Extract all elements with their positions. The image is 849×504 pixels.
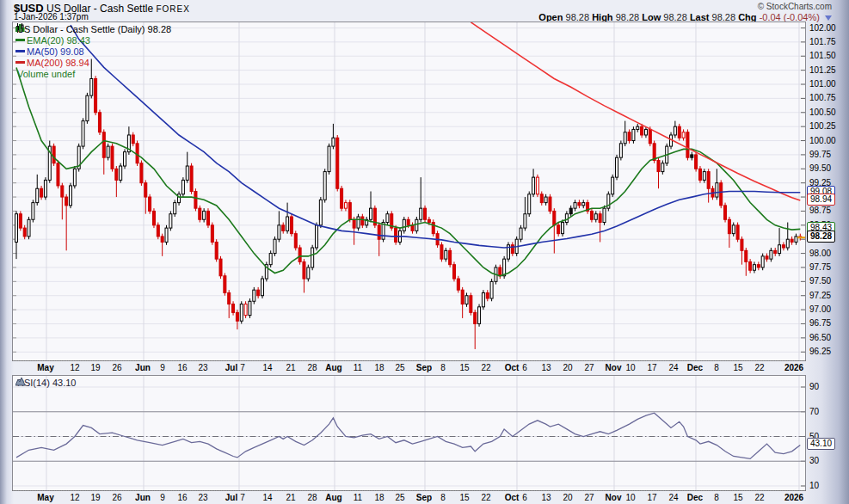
- date-label-13: 13: [541, 493, 551, 502]
- date-label-21: 21: [286, 493, 295, 502]
- price-tick-label: 99.75: [809, 150, 847, 159]
- date-label-21: 21: [286, 363, 295, 372]
- date-label-6: 6: [522, 493, 527, 502]
- price-tick-label: 98.00: [809, 249, 847, 258]
- rsi-legend: RSI(14) 43.10: [15, 377, 76, 388]
- price-tick-label: 97.50: [809, 276, 847, 286]
- price-tick-label: 99.50: [809, 163, 847, 173]
- legend-instrument-row: US Dollar - Cash Settle (Daily) 98.28: [15, 23, 171, 34]
- date-label-8: 8: [440, 493, 446, 502]
- date-label-16: 16: [177, 493, 187, 502]
- date-label-11: 11: [354, 363, 362, 372]
- price-tick-label: 97.75: [809, 262, 847, 272]
- price-tick-label: 102.00: [809, 23, 847, 33]
- date-label-16: 16: [177, 363, 187, 372]
- legend-ma50-row: MA(50) 99.08: [15, 46, 171, 57]
- price-tick-label: 100.75: [809, 93, 847, 102]
- legend-ma200: MA(200) 98.94: [27, 58, 89, 68]
- legend-instrument: US Dollar - Cash Settle (Daily) 98.28: [15, 24, 171, 34]
- date-label-Jul: Jul: [225, 363, 237, 372]
- legend-ema20: EMA(20) 98.43: [27, 35, 90, 46]
- rsi-tick-label: 10: [809, 481, 847, 490]
- price-tick-label: 96.75: [809, 318, 847, 328]
- date-label-22: 22: [481, 493, 490, 502]
- date-label-8: 8: [714, 363, 719, 372]
- price-tick-label: 96.25: [809, 347, 847, 356]
- date-label-Sep: Sep: [416, 363, 432, 372]
- date-label-15: 15: [733, 493, 742, 502]
- price-chart-panel: US Dollar - Cash Settle (Daily) 98.28 EM…: [12, 22, 806, 361]
- legend-volume-row: Volume undef: [15, 68, 171, 79]
- date-label-10: 10: [625, 363, 635, 372]
- date-label-28: 28: [307, 363, 317, 372]
- date-label-9: 9: [160, 363, 165, 372]
- date-label-19: 19: [90, 493, 100, 502]
- date-label-20: 20: [563, 363, 572, 372]
- date-label-22: 22: [481, 363, 490, 372]
- date-label-15: 15: [733, 363, 742, 372]
- date-label-Sep: Sep: [416, 493, 432, 502]
- date-label-23: 23: [198, 363, 207, 372]
- legend-ma200-row: MA(200) 98.94: [15, 57, 171, 68]
- price-legend: US Dollar - Cash Settle (Daily) 98.28 EM…: [15, 23, 171, 79]
- price-tick-label: 101.75: [809, 37, 847, 46]
- date-label-17: 17: [647, 493, 656, 502]
- date-label-Nov: Nov: [606, 363, 622, 372]
- date-label-Jun: Jun: [135, 363, 151, 372]
- date-label-25: 25: [395, 363, 404, 372]
- date-label-8: 8: [440, 363, 446, 372]
- price-x-axis: May121926Jun91623Jul7142128Aug111825Sep8…: [12, 360, 806, 373]
- ma200-line-icon: [15, 61, 25, 64]
- legend-volume: Volume undef: [15, 69, 75, 79]
- date-label-20: 20: [563, 493, 572, 502]
- price-tick-label: 100.00: [809, 136, 847, 145]
- date-label-14: 14: [262, 363, 272, 372]
- chg-dropdown-icon[interactable]: [825, 15, 832, 21]
- date-label-18: 18: [374, 493, 384, 502]
- chart-datetime: 1-Jan-2026 1:37pm: [14, 12, 89, 22]
- date-label-Nov: Nov: [606, 493, 622, 502]
- ema20-line-icon: [15, 39, 25, 41]
- legend-ema20-row: EMA(20) 98.43: [15, 34, 171, 46]
- price-y-axis: 102.00101.75101.50101.25101.00100.75100.…: [807, 22, 849, 360]
- rsi-x-axis: May121926Jun91623Jul7142128Aug111825Sep8…: [12, 490, 806, 503]
- date-label-27: 27: [584, 363, 594, 372]
- price-tick-label: 98.75: [809, 206, 847, 215]
- date-label-13: 13: [541, 363, 551, 372]
- date-label-14: 14: [262, 493, 272, 502]
- price-tick-label: 101.00: [809, 79, 847, 89]
- date-label-Jul: Jul: [225, 493, 237, 502]
- price-tick-label: 96.50: [809, 333, 847, 342]
- date-label-7: 7: [240, 363, 245, 372]
- date-label-24: 24: [668, 493, 678, 502]
- rsi-tick-label: 90: [809, 382, 847, 391]
- legend-rsi-row: RSI(14) 43.10: [15, 377, 76, 388]
- date-label-10: 10: [625, 493, 635, 502]
- price-tick-label: 100.25: [809, 121, 847, 131]
- date-label-24: 24: [668, 363, 678, 372]
- price-tick-label: 97.25: [809, 291, 847, 300]
- legend-ma50: MA(50) 99.08: [27, 46, 84, 57]
- stockcharts-copyright-link[interactable]: © StockCharts.com: [758, 2, 832, 11]
- rsi-chart-panel: RSI(14) 43.10: [12, 375, 806, 491]
- date-label-27: 27: [584, 493, 594, 502]
- rsi-y-axis: 907050301043.10: [807, 375, 849, 489]
- date-label-6: 6: [522, 363, 527, 372]
- rsi-line: [16, 413, 800, 458]
- date-label-9: 9: [160, 493, 165, 502]
- date-label-May: May: [37, 493, 53, 502]
- date-label-22: 22: [754, 363, 764, 372]
- date-label-26: 26: [112, 493, 121, 502]
- price-callout-98.28: 98.28: [807, 230, 835, 243]
- date-label-Dec: Dec: [687, 493, 703, 502]
- date-label-18: 18: [374, 363, 384, 372]
- date-label-17: 17: [647, 363, 656, 372]
- price-callout-98.94: 98.94: [807, 194, 835, 206]
- rsi-chart-canvas: [13, 376, 805, 490]
- rsi-area-icon: [15, 377, 25, 386]
- price-tick-label: 97.00: [809, 304, 847, 314]
- date-label-12: 12: [70, 493, 79, 502]
- date-label-25: 25: [395, 493, 404, 502]
- date-label-11: 11: [354, 493, 362, 502]
- rsi-tick-label: 70: [809, 407, 847, 416]
